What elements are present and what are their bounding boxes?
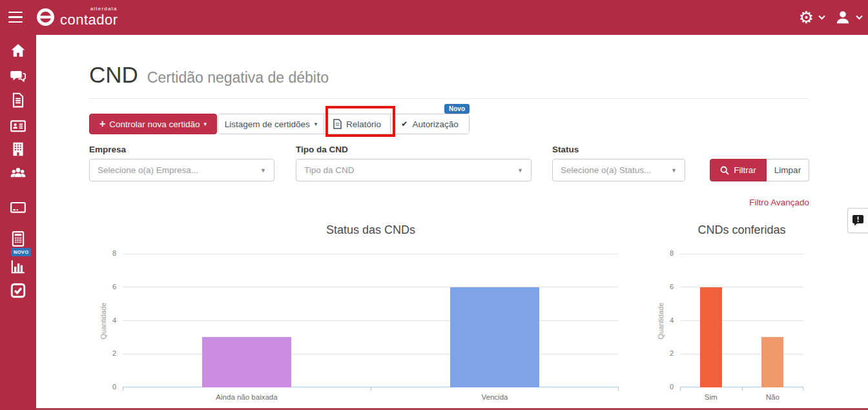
search-icon	[720, 166, 729, 175]
menu-toggle-icon[interactable]	[8, 12, 23, 23]
x-category-label: Sim	[680, 393, 742, 401]
sidebar-item-id-card[interactable]	[10, 118, 26, 134]
caret-down-icon: ▾	[315, 121, 318, 127]
chat-icon	[10, 68, 26, 85]
gridline	[680, 320, 803, 321]
x-category-label: Ainda não baixada	[123, 393, 371, 401]
empresa-label: Empresa	[89, 145, 126, 154]
gear-icon: ⚙	[799, 9, 814, 26]
sidebar-novo-badge: NOVO	[11, 248, 31, 256]
chart-title: CNDs conferidas	[680, 223, 803, 237]
gridline	[123, 320, 619, 321]
sidebar-item-reports[interactable]	[10, 258, 26, 275]
sidebar-item-calculator[interactable]	[10, 231, 26, 247]
authorization-novo-badge: Novo	[444, 104, 470, 114]
caret-down-icon: ▾	[204, 121, 207, 127]
sidebar-item-users[interactable]	[10, 165, 26, 181]
account-button[interactable]	[834, 9, 863, 26]
y-axis-title: Quantidade	[657, 302, 665, 339]
sidebar-item-document[interactable]	[10, 92, 26, 108]
chevron-down-icon	[856, 15, 863, 20]
gridline	[123, 287, 619, 287]
app-window: alterdata contador ⚙	[0, 0, 868, 410]
certificate-list-button[interactable]: Listagem de certidões ▾	[218, 114, 324, 134]
sidebar-item-chat[interactable]	[10, 68, 26, 85]
credit-card-icon	[10, 199, 26, 216]
page-title: CND	[89, 62, 138, 88]
empresa-select[interactable]: Selecione o(a) Empresa... ▼	[89, 159, 274, 181]
settings-button[interactable]: ⚙	[799, 9, 825, 26]
x-category-label: Vencida	[371, 393, 619, 401]
page-subtitle: Certidão negativa de débito	[147, 69, 329, 87]
status-select[interactable]: Selecione o(a) Status... ▼	[552, 159, 685, 181]
bar-chart-icon	[10, 258, 26, 275]
brand-contador: contador	[60, 12, 118, 28]
users-icon	[10, 165, 26, 181]
y-tick-label: 8	[654, 249, 674, 257]
calculator-icon	[10, 231, 26, 247]
building-icon	[10, 141, 26, 158]
x-category-label: Não	[742, 393, 804, 401]
y-tick-label: 2	[97, 349, 116, 357]
filter-button[interactable]: Filtrar	[710, 159, 767, 181]
document-icon	[10, 92, 26, 108]
y-tick-label: 0	[97, 383, 116, 391]
tipo-cnd-select[interactable]: Tipo da CND ▼	[296, 159, 532, 181]
caret-down-icon: ▼	[260, 167, 266, 174]
check-square-icon	[10, 282, 26, 299]
x-axis-tick	[371, 387, 371, 391]
sidebar-item-home[interactable]	[10, 42, 26, 59]
gridline	[123, 354, 619, 354]
status-label: Status	[552, 145, 579, 154]
bar-sim	[700, 287, 722, 387]
clear-button[interactable]: Limpar	[767, 159, 809, 181]
id-card-icon	[10, 118, 26, 134]
y-tick-label: 6	[654, 283, 674, 291]
plus-icon: +	[99, 119, 105, 129]
chart-status-das-cnds: Status das CNDs02468Ainda não baixadaVen…	[123, 254, 619, 387]
gridline	[680, 354, 803, 354]
tipo-cnd-label: Tipo da CND	[296, 145, 348, 154]
sidebar-item-credit-card[interactable]	[10, 199, 26, 216]
page-heading: CND Certidão negativa de débito	[89, 62, 329, 88]
y-tick-label: 2	[654, 349, 674, 357]
bar-vencida	[450, 287, 539, 387]
logo-e-icon	[36, 7, 56, 27]
authorization-button[interactable]: ✔ Autorização	[390, 114, 469, 134]
feedback-tab[interactable]	[847, 208, 868, 233]
sidebar-item-building[interactable]	[10, 141, 26, 158]
divider	[89, 98, 809, 99]
caret-down-icon: ▼	[517, 167, 523, 174]
feedback-bubble-icon	[852, 214, 864, 227]
user-icon	[834, 9, 851, 26]
x-axis-tick	[803, 387, 803, 391]
toolbar-button-group: Listagem de certidões ▾ Relatório ✔ Auto…	[218, 114, 470, 134]
sidebar-item-tasks[interactable]	[10, 282, 26, 299]
sidebar: NOVO	[0, 35, 36, 410]
y-tick-label: 6	[97, 283, 116, 291]
y-tick-label: 8	[97, 249, 116, 257]
top-bar: alterdata contador ⚙	[0, 0, 868, 35]
advanced-filter-link[interactable]: Filtro Avançado	[735, 198, 809, 207]
chart-cnds-conferidas: CNDs conferidas02468SimNãoQuantidade	[680, 254, 803, 387]
gridline	[680, 287, 803, 287]
brand-alterdata: alterdata	[90, 6, 118, 12]
x-axis-tick	[680, 387, 681, 391]
check-icon: ✔	[401, 119, 408, 128]
new-certificate-button[interactable]: + Controlar nova certidão ▾	[89, 114, 217, 134]
y-axis-title: Quantidade	[99, 302, 107, 339]
report-button[interactable]: Relatório	[324, 114, 390, 134]
chart-title: Status das CNDs	[123, 223, 619, 237]
app-logo: alterdata contador	[36, 6, 118, 28]
gridline	[123, 254, 619, 254]
chevron-down-icon	[818, 15, 825, 20]
x-axis-tick	[742, 387, 743, 391]
gridline	[680, 254, 803, 254]
caret-down-icon: ▼	[671, 167, 677, 174]
bar-ainda-não-baixada	[202, 337, 291, 387]
report-document-icon	[333, 119, 342, 129]
y-tick-label: 0	[654, 383, 674, 391]
x-axis-tick	[618, 387, 619, 391]
x-axis-tick	[123, 387, 123, 391]
home-icon	[10, 42, 26, 59]
